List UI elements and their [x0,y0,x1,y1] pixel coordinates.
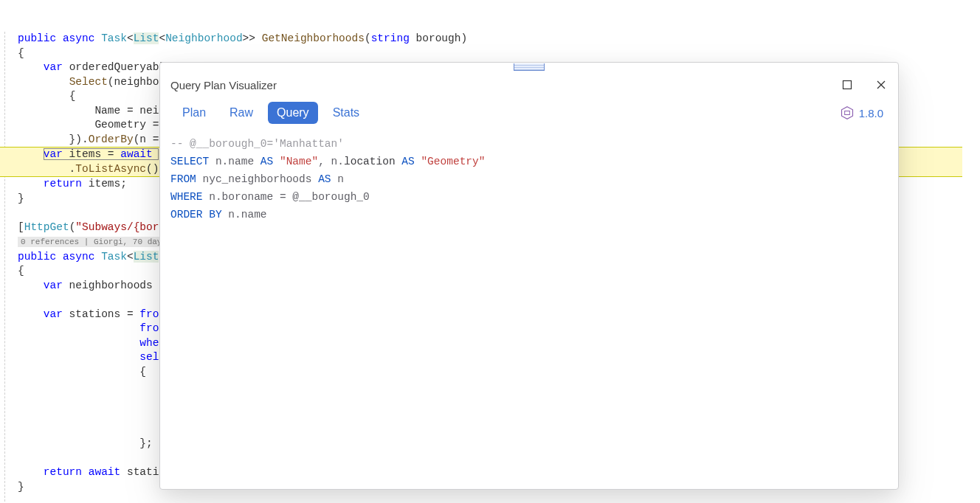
brace: { [139,366,146,378]
popup-header: Query Plan Visualizer [160,73,898,97]
keyword-async: async [63,32,95,44]
keyword-var3: var [44,308,63,320]
sql-select: SELECT [170,156,209,167]
sql-where: WHERE [170,191,203,203]
close-icon[interactable] [874,78,888,91]
sql-space [396,156,402,167]
sql-as3: AS [318,173,331,185]
return-items: items; [82,178,127,190]
type-list2: List [134,251,159,263]
keyword-await2: await [82,466,120,478]
param-borough: borough [416,32,461,44]
sql-orderby-col: n.name [222,209,267,221]
sql-from-tbl: nyc_neighborhoods [196,173,318,185]
linq-where: whe [139,337,159,349]
sql-cols1: n.name [209,156,260,167]
keyword-string: string [371,32,410,44]
keyword-async2: async [63,251,95,263]
linq-select: sel [139,351,159,363]
popup-title: Query Plan Visualizer [170,79,841,91]
items-eq: items = [63,148,120,160]
keyword-public: public [18,32,56,44]
sql-as1: AS [260,156,273,167]
sql-location: location [344,156,396,167]
query-plan-visualizer-popup: Query Plan Visualizer Plan Raw Query Sta… [159,62,899,490]
keyword-public2: public [18,251,56,263]
brace: { [69,90,76,102]
sql-name-lit: "Name" [273,156,318,167]
popup-grip[interactable] [160,63,898,73]
assign-geometry: Geometry = [94,119,159,131]
tab-raw[interactable]: Raw [221,102,262,124]
attribute-httpget: HttpGet [24,221,69,233]
sql-alias: n [331,173,344,185]
svg-marker-3 [841,107,852,119]
route-string: "Subways/{bor [75,221,159,233]
brace: { [18,47,24,59]
neighborhoods-decl: neighborhoods [63,280,159,291]
popup-tabs: Plan Raw Query Stats 1.8.0 [160,97,898,126]
sql-geom-lit: "Geometry" [415,156,486,167]
method-getneighborhoods: GetNeighborhoods [262,32,365,44]
svg-rect-0 [843,81,852,89]
svg-rect-4 [844,111,849,115]
stations-decl: stations = [63,308,139,320]
keyword-var-hl: var [44,148,63,160]
linq-from2: fro [139,322,159,334]
sql-query-view: -- @__borough_0='Manhattan' SELECT n.nam… [160,126,898,489]
method-tolistasync: ToListAsync [75,163,146,175]
brace: } [18,481,24,493]
linq-from1: fro [139,308,159,320]
sql-comma: , n. [318,156,344,167]
method-orderby: OrderBy [89,133,134,145]
keyword-var: var [44,61,63,73]
keyword-await: await [120,148,153,160]
tab-plan[interactable]: Plan [173,102,215,124]
brace: { [18,265,24,277]
return-await-rest: stati [120,466,159,478]
type-list: List [134,32,159,44]
keyword-return2: return [44,466,82,478]
brace: } [18,192,24,204]
sql-as2: AS [401,156,414,167]
keyword-return: return [44,178,82,190]
hex-icon [840,105,855,120]
method-select: Select [69,76,108,88]
maximize-icon[interactable] [841,78,854,91]
tab-query[interactable]: Query [268,102,318,124]
keyword-var2: var [44,280,63,291]
type-task: Task [101,32,127,44]
assign-name: Name = nei [94,105,159,117]
version-badge[interactable]: 1.8.0 [840,105,888,120]
version-label: 1.8.0 [859,107,883,119]
tab-stats[interactable]: Stats [324,102,368,124]
end-brace-semi: }; [139,437,152,449]
type-task2: Task [101,251,127,263]
sql-orderby: ORDER BY [170,209,222,221]
sql-comment: -- @__borough_0='Manhattan' [170,138,344,150]
sql-where-cond: n.boroname = @__borough_0 [203,191,370,203]
sql-from: FROM [170,173,196,185]
type-neighborhood: Neighborhood [165,32,242,44]
